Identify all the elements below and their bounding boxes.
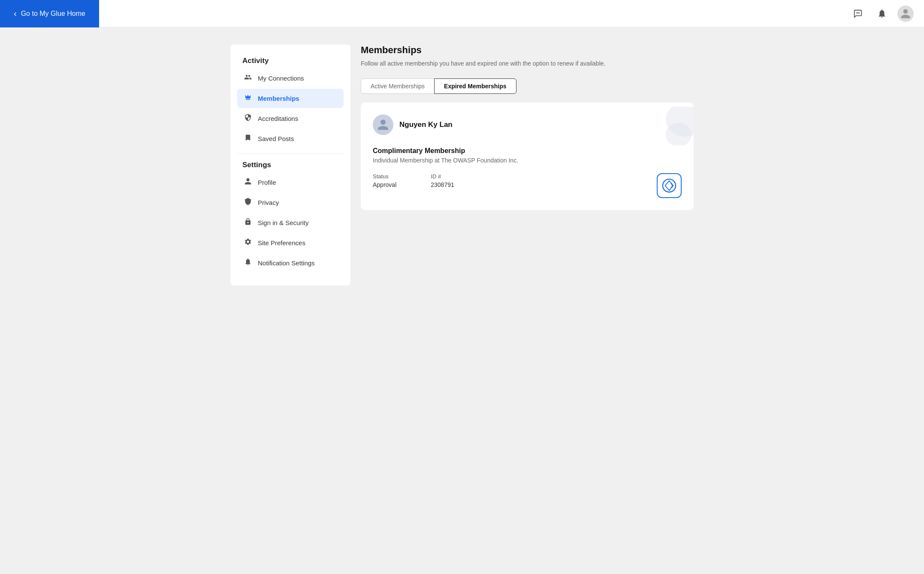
- svg-point-0: [857, 12, 857, 13]
- membership-details: Status Approval ID # 2308791: [373, 173, 682, 198]
- messages-icon: [853, 9, 863, 18]
- membership-card: Nguyen Ky Lan Complimentary Membership I…: [361, 102, 694, 210]
- person-icon: [243, 177, 253, 187]
- sidebar-item-sign-in-security[interactable]: Sign in & Security: [237, 213, 344, 232]
- id-value: 2308791: [431, 181, 454, 188]
- messages-button[interactable]: [849, 5, 867, 22]
- sidebar-item-saved-posts[interactable]: Saved Posts: [237, 129, 344, 148]
- id-block: ID # 2308791: [431, 173, 454, 188]
- user-name: Nguyen Ky Lan: [399, 120, 453, 129]
- activity-section-label: Activity: [237, 57, 344, 65]
- chevron-left-icon: ‹: [14, 9, 17, 18]
- sidebar-item-label-my-connections: My Connections: [258, 75, 304, 82]
- sidebar-item-accreditations[interactable]: Accreditations: [237, 109, 344, 128]
- sidebar-item-label-sign-in-security: Sign in & Security: [258, 219, 308, 226]
- tab-expired-memberships[interactable]: Expired Memberships: [434, 78, 516, 94]
- membership-logo: [657, 173, 682, 198]
- membership-org: Individual Membership at The OWASP Found…: [373, 157, 682, 164]
- status-block: Status Approval: [373, 173, 396, 188]
- page-subtitle: Follow all active membership you have an…: [361, 59, 694, 68]
- sidebar-item-memberships[interactable]: Memberships: [237, 89, 344, 108]
- main-content: Activity My Connections Memberships: [205, 27, 719, 303]
- membership-type: Complimentary Membership: [373, 147, 682, 155]
- owasp-logo-icon: [662, 178, 676, 193]
- sidebar-item-label-privacy: Privacy: [258, 199, 279, 206]
- card-user-row: Nguyen Ky Lan: [373, 114, 682, 135]
- sidebar: Activity My Connections Memberships: [230, 45, 350, 285]
- sidebar-item-notification-settings[interactable]: Notification Settings: [237, 253, 344, 273]
- bell-settings-icon: [243, 258, 253, 268]
- bookmark-icon: [243, 134, 253, 144]
- header-right: [849, 5, 914, 22]
- sidebar-item-label-accreditations: Accreditations: [258, 115, 298, 122]
- badge-icon: [243, 114, 253, 123]
- user-avatar-button[interactable]: [897, 6, 914, 22]
- tabs-container: Active Memberships Expired Memberships: [361, 78, 694, 94]
- right-panel: Memberships Follow all active membership…: [361, 45, 694, 285]
- user-avatar-svg: [377, 118, 390, 131]
- card-decoration: [655, 107, 694, 145]
- user-avatar-icon: [900, 8, 911, 19]
- sidebar-item-label-saved-posts: Saved Posts: [258, 135, 294, 142]
- user-avatar: [373, 114, 393, 135]
- gear-icon: [243, 238, 253, 248]
- page-title: Memberships: [361, 45, 694, 56]
- sidebar-item-my-connections[interactable]: My Connections: [237, 69, 344, 88]
- settings-section-label: Settings: [237, 161, 344, 169]
- privacy-icon: [243, 198, 253, 207]
- sidebar-item-profile[interactable]: Profile: [237, 173, 344, 192]
- bell-icon: [877, 9, 887, 18]
- lock-icon: [243, 218, 253, 228]
- sidebar-item-label-notification-settings: Notification Settings: [258, 259, 315, 267]
- connections-icon: [243, 73, 253, 83]
- sidebar-item-label-memberships: Memberships: [258, 95, 299, 102]
- svg-point-1: [858, 12, 858, 13]
- sidebar-item-label-site-preferences: Site Preferences: [258, 239, 305, 246]
- sidebar-divider: [237, 153, 344, 154]
- sidebar-item-privacy[interactable]: Privacy: [237, 193, 344, 212]
- go-home-button[interactable]: ‹ Go to My Glue Home: [0, 0, 99, 27]
- status-label: Status: [373, 173, 396, 180]
- sidebar-item-label-profile: Profile: [258, 179, 276, 186]
- tab-active-memberships[interactable]: Active Memberships: [361, 78, 435, 94]
- svg-point-2: [859, 12, 859, 13]
- id-label: ID #: [431, 173, 454, 180]
- status-value: Approval: [373, 181, 396, 188]
- notifications-button[interactable]: [873, 5, 891, 22]
- crown-icon: [243, 93, 253, 103]
- home-button-label: Go to My Glue Home: [21, 10, 85, 18]
- header: ‹ Go to My Glue Home: [0, 0, 924, 27]
- sidebar-item-site-preferences[interactable]: Site Preferences: [237, 233, 344, 252]
- header-left: ‹ Go to My Glue Home: [0, 0, 99, 27]
